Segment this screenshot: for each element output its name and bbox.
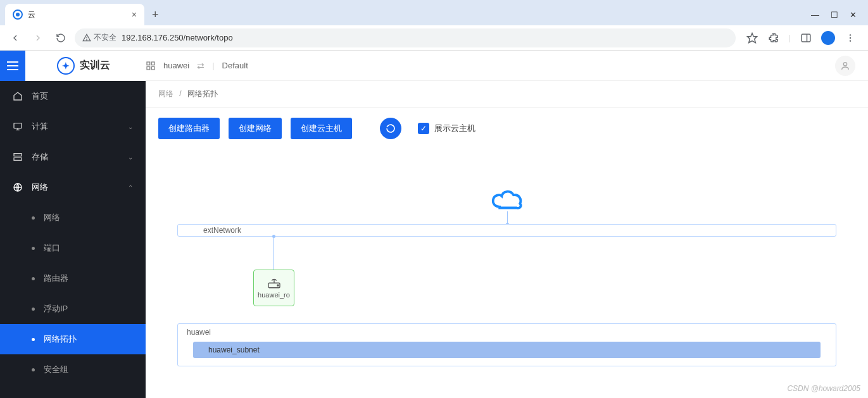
create-vm-button[interactable]: 创建云主机	[291, 118, 352, 139]
svg-point-5	[850, 34, 851, 35]
chevron-up-icon: ⌃	[128, 184, 133, 191]
storage-icon	[13, 152, 23, 162]
svg-point-1	[87, 39, 87, 40]
svg-point-12	[843, 62, 846, 65]
network-name: huawei	[184, 328, 829, 337]
watermark: CSDN @howard2005	[787, 384, 860, 393]
bullet-icon	[32, 277, 35, 280]
bullet-icon	[32, 308, 35, 311]
create-router-button[interactable]: 创建路由器	[158, 118, 220, 139]
svg-rect-13	[14, 123, 22, 128]
star-icon[interactable]	[746, 32, 758, 44]
logo-icon: ✦	[57, 57, 75, 75]
toolbar: 创建路由器 创建网络 创建云主机 ✓ 展示云主机	[146, 108, 868, 149]
sidebar-item-compute[interactable]: 计算 ⌄	[0, 111, 146, 142]
refresh-icon	[386, 123, 396, 134]
sidebar-sub-port[interactable]: 端口	[0, 233, 146, 263]
maximize-icon[interactable]: ☐	[831, 10, 838, 20]
swap-icon[interactable]: ⇄	[197, 61, 204, 71]
svg-rect-16	[14, 154, 22, 156]
connector-line	[507, 211, 508, 224]
tab-bar: 云 × + — ☐ ✕	[0, 0, 868, 25]
router-label: huawei_ro	[256, 291, 291, 299]
kebab-menu-icon[interactable]	[844, 32, 857, 44]
logo: ✦ 实训云	[25, 57, 120, 75]
tab-title: 云	[28, 9, 127, 20]
close-icon[interactable]: ×	[132, 9, 137, 20]
header-meta: huawei ⇄ | Default	[146, 61, 248, 71]
back-button[interactable]	[6, 29, 24, 47]
show-vm-toggle[interactable]: ✓ 展示云主机	[418, 123, 475, 134]
connector-line	[274, 237, 274, 270]
sidebar-item-storage[interactable]: 存储 ⌄	[0, 142, 146, 172]
create-network-button[interactable]: 创建网络	[229, 118, 282, 139]
router-icon	[267, 277, 282, 290]
browser-tab[interactable]: 云 ×	[5, 4, 144, 25]
subnet-bar[interactable]: huawei_subnet	[193, 342, 821, 358]
svg-point-20	[277, 285, 278, 286]
url-box[interactable]: 不安全 192.168.176.250/network/topo	[75, 28, 736, 47]
security-warning: 不安全	[82, 32, 116, 43]
profile-avatar-icon[interactable]	[821, 31, 835, 45]
addr-icons: |	[741, 31, 862, 45]
network-box[interactable]: huawei huawei_subnet	[177, 323, 836, 366]
reload-button[interactable]	[52, 29, 70, 47]
svg-rect-17	[14, 158, 22, 160]
hamburger-menu-icon[interactable]	[0, 51, 25, 81]
home-icon	[13, 91, 23, 101]
chevron-down-icon: ⌄	[128, 154, 133, 161]
app-body: 首页 计算 ⌄ 存储 ⌄ 网络 ⌃ 网络 端口 路由器 浮动IP 网络拓扑	[0, 81, 868, 398]
tenant-name[interactable]: Default	[222, 61, 248, 70]
checkbox-checked-icon: ✓	[418, 123, 429, 134]
ext-network-bar[interactable]: extNetwork	[177, 224, 836, 237]
warning-icon	[82, 34, 91, 42]
new-tab-button[interactable]: +	[152, 8, 159, 22]
svg-rect-10	[147, 66, 150, 70]
sidebar-item-network[interactable]: 网络 ⌃	[0, 172, 146, 202]
bullet-icon	[32, 216, 35, 220]
chevron-down-icon: ⌄	[128, 123, 133, 130]
extensions-icon[interactable]	[767, 32, 780, 44]
sidebar-item-home[interactable]: 首页	[0, 81, 146, 111]
window-controls: — ☐ ✕	[811, 10, 868, 20]
app-header: ✦ 实训云 huawei ⇄ | Default	[0, 51, 868, 81]
sidebar-sub-router[interactable]: 路由器	[0, 263, 146, 294]
minimize-icon[interactable]: —	[811, 10, 819, 20]
topology-canvas[interactable]: extNetwork huawei_ro huawei huawei_subne…	[158, 149, 855, 385]
bullet-icon	[32, 368, 35, 371]
side-panel-icon[interactable]	[800, 32, 812, 44]
close-window-icon[interactable]: ✕	[850, 10, 857, 20]
sidebar-sub-topology[interactable]: 网络拓扑	[0, 324, 146, 354]
svg-point-6	[850, 37, 851, 38]
project-name[interactable]: huawei	[163, 61, 189, 70]
cloud-icon[interactable]	[490, 187, 524, 211]
url-text: 192.168.176.250/network/topo	[122, 33, 233, 42]
sidebar-sub-floating-ip[interactable]: 浮动IP	[0, 294, 146, 324]
main-content: 网络 / 网络拓扑 创建路由器 创建网络 创建云主机 ✓ 展示云主机 extNe…	[146, 81, 868, 398]
breadcrumb-parent[interactable]: 网络	[158, 89, 173, 98]
svg-point-7	[850, 40, 851, 41]
svg-rect-11	[151, 66, 154, 70]
breadcrumb: 网络 / 网络拓扑	[146, 81, 868, 108]
bullet-icon	[32, 247, 35, 250]
forward-button[interactable]	[29, 29, 47, 47]
router-node[interactable]: huawei_ro	[253, 270, 294, 306]
refresh-button[interactable]	[380, 118, 401, 139]
sidebar-sub-security-group[interactable]: 安全组	[0, 354, 146, 385]
grid-icon	[146, 61, 156, 71]
tab-favicon-icon	[13, 9, 23, 20]
bullet-icon	[32, 338, 35, 341]
browser-chrome: 云 × + — ☐ ✕ 不安全 192.168.176.250/network/…	[0, 0, 868, 51]
sidebar: 首页 计算 ⌄ 存储 ⌄ 网络 ⌃ 网络 端口 路由器 浮动IP 网络拓扑	[0, 81, 146, 398]
monitor-icon	[13, 121, 23, 132]
sidebar-sub-network[interactable]: 网络	[0, 202, 146, 233]
logo-text: 实训云	[80, 59, 110, 72]
breadcrumb-current: 网络拓扑	[187, 89, 218, 98]
svg-rect-8	[147, 62, 150, 65]
address-bar: 不安全 192.168.176.250/network/topo |	[0, 25, 868, 51]
svg-rect-3	[802, 34, 810, 42]
svg-rect-9	[151, 62, 154, 65]
svg-marker-2	[747, 33, 757, 42]
globe-icon	[13, 182, 23, 192]
user-avatar-icon[interactable]	[835, 56, 855, 76]
